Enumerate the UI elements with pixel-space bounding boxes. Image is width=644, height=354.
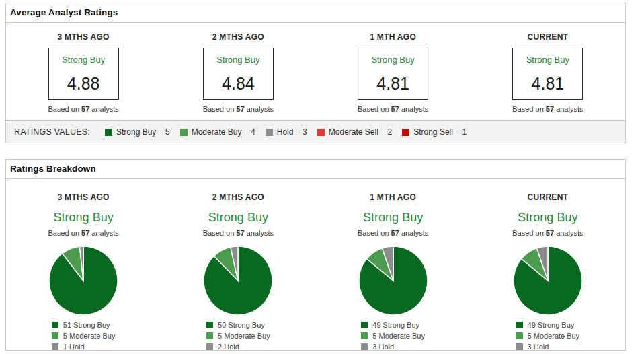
moderate-buy-swatch-icon — [361, 332, 368, 339]
consensus-rating: Strong Buy — [316, 211, 471, 225]
average-ratings-grid: 3 MTHS AGO Strong Buy 4.88 Based on 57 a… — [6, 23, 625, 120]
based-on-text: Based on 57 analysts — [161, 105, 315, 113]
pie-chart — [512, 244, 584, 317]
based-on-text: Based on 57 analysts — [316, 229, 471, 237]
analyst-count: 57 — [236, 105, 244, 113]
ratings-breakdown-panel: Ratings Breakdown 3 MTHS AGO Strong Buy … — [5, 159, 626, 351]
legend-row-moderate-buy: 5 Moderate Buy — [516, 332, 580, 340]
pie-legend: 50 Strong Buy 5 Moderate Buy 2 Hold — [206, 321, 270, 353]
based-on-text: Based on 57 analysts — [161, 229, 315, 237]
pie-chart — [47, 244, 120, 317]
period-label: 3 MTHS AGO — [6, 192, 161, 202]
rating-text: Strong Buy — [49, 55, 118, 65]
period-label: 1 MTH AGO — [316, 192, 471, 202]
period-label: CURRENT — [471, 192, 625, 202]
legend-item-moderate-sell: Moderate Sell = 2 — [317, 127, 392, 137]
legend-row-hold: 1 Hold — [52, 343, 116, 351]
breakdown-column-current: CURRENT Strong Buy Based on 57 analysts … — [471, 192, 625, 353]
ratings-values-label: RATINGS VALUES: — [14, 127, 90, 137]
based-on-text: Based on 57 analysts — [471, 105, 625, 113]
moderate-sell-swatch-icon — [317, 129, 325, 136]
analyst-count: 57 — [391, 105, 399, 113]
breakdown-column-2mths: 2 MTHS AGO Strong Buy Based on 57 analys… — [161, 192, 315, 353]
moderate-buy-swatch-icon — [516, 332, 523, 339]
based-on-text: Based on 57 analysts — [316, 105, 471, 113]
rating-value: 4.84 — [204, 75, 273, 92]
based-on-text: Based on 57 analysts — [6, 105, 161, 113]
pie-legend: 49 Strong Buy 5 Moderate Buy 3 Hold — [361, 321, 425, 353]
hold-swatch-icon — [206, 343, 213, 350]
strong-buy-swatch-icon — [105, 129, 112, 136]
strong-buy-swatch-icon — [361, 322, 368, 328]
legend-row-hold: 2 Hold — [206, 343, 270, 351]
hold-swatch-icon — [52, 343, 58, 350]
strong-sell-swatch-icon — [402, 129, 409, 136]
moderate-buy-swatch-icon — [180, 129, 188, 136]
rating-box: Strong Buy 4.81 — [512, 48, 583, 100]
legend-row-strong-buy: 51 Strong Buy — [52, 321, 116, 329]
legend-row-strong-buy: 49 Strong Buy — [516, 321, 580, 329]
legend-item-strong-buy: Strong Buy = 5 — [105, 127, 170, 137]
analyst-count: 57 — [546, 229, 554, 237]
avg-column-2mths: 2 MTHS AGO Strong Buy 4.84 Based on 57 a… — [161, 32, 315, 113]
based-on-text: Based on 57 analysts — [471, 229, 625, 237]
average-ratings-title: Average Analyst Ratings — [6, 3, 625, 23]
moderate-buy-swatch-icon — [206, 332, 213, 339]
rating-text: Strong Buy — [204, 55, 273, 65]
consensus-rating: Strong Buy — [161, 211, 315, 225]
pie-legend: 49 Strong Buy 5 Moderate Buy 3 Hold — [516, 321, 580, 353]
legend-item-strong-sell: Strong Sell = 1 — [402, 127, 467, 137]
period-label: 2 MTHS AGO — [161, 32, 315, 42]
hold-swatch-icon — [361, 343, 368, 350]
rating-box: Strong Buy 4.88 — [48, 48, 119, 100]
breakdown-column-3mths: 3 MTHS AGO Strong Buy Based on 57 analys… — [6, 192, 161, 353]
legend-row-moderate-buy: 5 Moderate Buy — [206, 332, 270, 340]
analyst-count: 57 — [81, 105, 89, 113]
rating-value: 4.88 — [49, 75, 118, 92]
hold-swatch-icon — [266, 129, 273, 136]
legend-row-moderate-buy: 5 Moderate Buy — [52, 332, 116, 340]
pie-legend: 51 Strong Buy 5 Moderate Buy 1 Hold — [52, 321, 116, 353]
strong-buy-swatch-icon — [206, 322, 213, 328]
consensus-rating: Strong Buy — [471, 211, 625, 225]
period-label: 2 MTHS AGO — [161, 192, 315, 202]
moderate-buy-swatch-icon — [52, 332, 58, 339]
legend-row-hold: 3 Hold — [361, 343, 425, 351]
rating-value: 4.81 — [513, 75, 582, 92]
ratings-breakdown-grid: 3 MTHS AGO Strong Buy Based on 57 analys… — [6, 179, 625, 353]
period-label: 3 MTHS AGO — [6, 32, 161, 42]
legend-row-strong-buy: 50 Strong Buy — [206, 321, 270, 329]
based-on-text: Based on 57 analysts — [6, 229, 161, 237]
average-ratings-panel: Average Analyst Ratings 3 MTHS AGO Stron… — [5, 3, 626, 143]
legend-item-hold: Hold = 3 — [266, 127, 307, 137]
rating-value: 4.81 — [358, 75, 428, 92]
pie-chart — [202, 244, 274, 317]
analyst-count: 57 — [81, 229, 89, 237]
ratings-values-bar: RATINGS VALUES: Strong Buy = 5 Moderate … — [6, 120, 625, 143]
avg-column-3mths: 3 MTHS AGO Strong Buy 4.88 Based on 57 a… — [6, 32, 161, 113]
rating-text: Strong Buy — [513, 55, 582, 65]
rating-text: Strong Buy — [358, 55, 428, 65]
consensus-rating: Strong Buy — [6, 211, 161, 225]
analyst-count: 57 — [236, 229, 244, 237]
legend-row-moderate-buy: 5 Moderate Buy — [361, 332, 425, 340]
legend-item-moderate-buy: Moderate Buy = 4 — [180, 127, 255, 137]
legend-row-strong-buy: 49 Strong Buy — [361, 321, 425, 329]
period-label: 1 MTH AGO — [316, 32, 471, 42]
rating-box: Strong Buy 4.81 — [358, 48, 428, 100]
strong-buy-swatch-icon — [52, 322, 58, 328]
avg-column-1mth: 1 MTH AGO Strong Buy 4.81 Based on 57 an… — [316, 32, 471, 113]
analyst-count: 57 — [546, 105, 554, 113]
analyst-count: 57 — [391, 229, 399, 237]
rating-box: Strong Buy 4.84 — [203, 48, 274, 100]
breakdown-column-1mth: 1 MTH AGO Strong Buy Based on 57 analyst… — [316, 192, 471, 353]
strong-buy-swatch-icon — [516, 322, 523, 328]
legend-row-hold: 3 Hold — [516, 343, 580, 351]
avg-column-current: CURRENT Strong Buy 4.81 Based on 57 anal… — [471, 32, 625, 113]
period-label: CURRENT — [471, 32, 625, 42]
ratings-breakdown-title: Ratings Breakdown — [6, 160, 625, 179]
hold-swatch-icon — [516, 343, 523, 350]
pie-chart — [357, 244, 430, 317]
